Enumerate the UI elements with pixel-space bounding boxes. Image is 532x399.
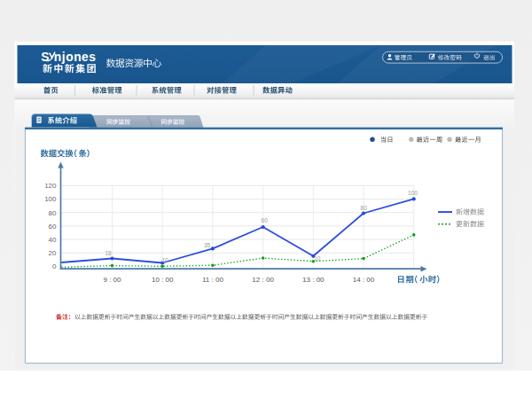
svg-text:100: 100 [408, 190, 418, 196]
svg-text:35: 35 [204, 242, 211, 248]
svg-text:20: 20 [49, 249, 57, 257]
svg-text:0: 0 [52, 262, 57, 270]
svg-text:18: 18 [105, 250, 112, 256]
svg-text:10: 10 [314, 255, 321, 262]
svg-text:60: 60 [49, 223, 57, 231]
svg-text:10: 10 [161, 257, 168, 263]
svg-text:10 : 00: 10 : 00 [152, 276, 174, 284]
svg-text:9 : 00: 9 : 00 [103, 276, 121, 284]
svg-text:njones: njones [54, 51, 97, 64]
svg-text:120: 120 [44, 182, 57, 190]
svg-text:13 : 00: 13 : 00 [302, 276, 325, 284]
svg-text:11 : 00: 11 : 00 [202, 276, 223, 284]
svg-text:14 : 00: 14 : 00 [353, 276, 375, 284]
svg-text:80: 80 [49, 209, 57, 217]
svg-text:12 : 00: 12 : 00 [252, 276, 274, 284]
svg-text:80: 80 [361, 205, 368, 211]
svg-text:40: 40 [49, 236, 57, 244]
svg-text:S: S [41, 51, 49, 64]
svg-text:100: 100 [44, 195, 57, 203]
svg-text:60: 60 [262, 217, 269, 223]
